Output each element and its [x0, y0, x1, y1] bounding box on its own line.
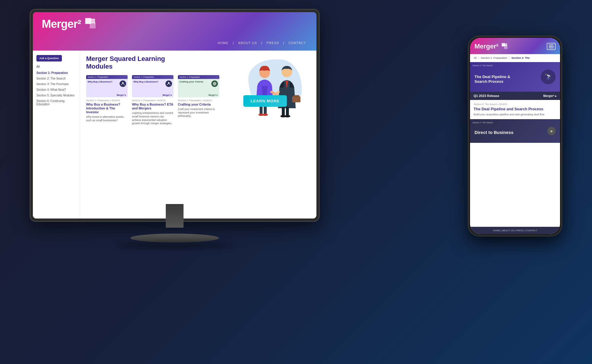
module-card-thumb-3: Section 1: Preparation Crafting your Cri…: [178, 75, 219, 97]
svg-point-22: [284, 115, 290, 117]
site-main: Ask a Question All Section 1: Preparatio…: [33, 51, 316, 219]
phone-logo-text: Merger²: [474, 43, 498, 50]
thumb-brand-2: Merger² ▸: [163, 94, 172, 96]
thumb-text-3: Crafting your Criteria: [179, 80, 210, 83]
thumb-body-3: Crafting your Criteria: [178, 79, 219, 88]
learn-more-button[interactable]: LEARN MORE: [243, 95, 287, 107]
hamburger-line-2: [549, 46, 554, 47]
svg-point-6: [214, 83, 215, 84]
thumb-text-2: Why Buy a Business?: [133, 80, 164, 83]
nav-about[interactable]: ABOUT US: [238, 41, 257, 45]
phone-frame: Merger²: [468, 35, 562, 237]
module-card-1[interactable]: Section 1: Preparation Why Buy a Busines…: [86, 75, 128, 125]
module-meta-2: Section 1: Preparation • 5/24/23: [132, 99, 173, 102]
phone-tab-all[interactable]: All: [474, 56, 477, 59]
module-card-2[interactable]: Section 1: Preparation Why Buy a Busines…: [132, 75, 173, 125]
phone-module-thumb-1[interactable]: Section 2: The Search The Deal Pipeline …: [470, 62, 560, 92]
phone-release-card: Q1 2023 Release Merger² ▸: [470, 92, 560, 100]
svg-rect-18: [293, 95, 299, 97]
thumb-body-2: Why Buy a Business?: [132, 79, 173, 88]
thumb-header-1: Section 1: Preparation: [86, 75, 128, 79]
phone-card-meta-1: Section 2: The Search • 5/24/23: [474, 103, 556, 106]
nav-sep-3: |: [283, 41, 286, 45]
module-desc-3: Craft your investment criteria to repres…: [178, 108, 219, 118]
phone-header: Merger²: [470, 38, 560, 54]
module-title-1: Why Buy a Business? Introduction & The I…: [86, 103, 128, 114]
sidebar-item-section2[interactable]: Section 2: The Search: [36, 77, 76, 80]
module-title-3: Crafting your Criteria: [178, 103, 219, 106]
mobile-phone: Merger²: [468, 35, 562, 237]
phone-thumb-label-area-2: Section 2: The Search Direct to Business: [474, 127, 514, 135]
phone-card-title-1: The Deal Pipeline and Search Process: [474, 107, 556, 111]
people-illustration: [245, 59, 305, 119]
module-title-2: Why Buy a Business? ETA and Mergers: [132, 103, 173, 110]
sidebar: Ask a Question All Section 1: Preparatio…: [33, 51, 80, 219]
phone-tab-section2[interactable]: Section 2: The: [511, 56, 530, 59]
website: Merger² HOME |: [33, 12, 316, 219]
svg-rect-20: [286, 107, 289, 116]
desktop-logo-text: Merger²: [42, 18, 81, 30]
nav-press[interactable]: PRESS: [266, 41, 279, 45]
hamburger-line-3: [549, 48, 554, 48]
nav-contact[interactable]: CONTACT: [289, 41, 306, 45]
module-card-thumb-2: Section 1: Preparation Why Buy a Busines…: [132, 75, 173, 97]
phone-footer: HOME | ABOUT US | PRESS | CONTACT: [470, 227, 560, 234]
phone-thumb-title-1: The Deal Pipeline &Search Process: [474, 75, 510, 84]
sidebar-item-section6[interactable]: Section 6: Continuing Education: [36, 99, 76, 106]
nav-sep-1: |: [233, 41, 235, 45]
module-card-3[interactable]: Section 1: Preparation Crafting your Cri…: [178, 75, 219, 125]
phone-tab-section1[interactable]: Section 1: Preparation: [481, 56, 507, 59]
sidebar-nav: All Section 1: Preparation Section 2: Th…: [36, 65, 76, 106]
svg-point-15: [263, 114, 268, 116]
monitor-screen: Merger² HOME |: [33, 12, 316, 219]
desktop-monitor: Merger² HOME |: [30, 9, 320, 251]
scene: Merger² HOME |: [0, 0, 592, 364]
module-meta-3: Section 1: Preparation • 5/24/23: [178, 99, 219, 102]
phone-card-desc-1: Build your acquisition pipeline and star…: [474, 113, 556, 117]
module-card-thumb-1: Section 1: Preparation Why Buy a Busines…: [86, 75, 128, 97]
phone-thumb-icon-1: 🔭: [541, 69, 556, 84]
module-desc-2: Aspiring entrepreneurs and current small…: [132, 111, 173, 125]
phone-logo-group: Merger²: [474, 42, 509, 51]
phone-module-thumb-2[interactable]: Section 2: The Search Direct to Business…: [470, 119, 560, 143]
site-logo: Merger²: [42, 17, 308, 31]
monitor-frame: Merger² HOME |: [30, 9, 320, 222]
thumb-icon-1: [120, 80, 126, 87]
phone-card-content-1[interactable]: Section 2: The Search • 5/24/23 The Deal…: [470, 100, 560, 119]
nav-home[interactable]: HOME: [218, 41, 229, 45]
sidebar-item-section3[interactable]: Section 3: The Purchase: [36, 82, 76, 86]
monitor-neck: [166, 204, 184, 228]
phone-content: Section 2: The Search The Deal Pipeline …: [470, 62, 560, 227]
hamburger-menu-button[interactable]: [547, 43, 556, 50]
monitor-shadow: [115, 242, 234, 248]
svg-point-4: [168, 82, 170, 83]
footer-nav: HOME | ABOUT US | PRESS | CONTACT: [493, 229, 537, 232]
phone-thumb-label-area: Section 2: The Search The Deal Pipeline …: [474, 70, 510, 84]
phone-thumb-title-2: Direct to Business: [474, 130, 514, 135]
thumb-brand-1: Merger² ▸: [117, 94, 126, 96]
phone-nav-tabs: All | Section 1: Preparation | Section 2…: [470, 54, 560, 62]
svg-rect-2: [90, 19, 95, 23]
thumb-body-1: Why Buy a Business?: [86, 79, 128, 88]
phone-thumb-section-label: Section 2: The Search: [472, 64, 493, 67]
content-area: Merger Squared Learning Modules Section …: [80, 51, 316, 219]
phone-website: Merger²: [470, 38, 560, 234]
module-meta-1: Section 1: Preparation • 5/24/23: [86, 99, 128, 102]
ask-question-button[interactable]: Ask a Question: [36, 55, 62, 62]
phone-release-logo: Merger² ▸: [543, 94, 556, 98]
thumb-icon-3: [211, 80, 218, 87]
desktop-logo-icon: [84, 17, 99, 31]
sidebar-item-section4[interactable]: Section 4: What Next?: [36, 88, 76, 91]
sidebar-item-all[interactable]: All: [36, 65, 76, 68]
module-desc-1: Why invest in alternative assets, such a…: [86, 115, 128, 122]
monitor-base: [130, 234, 219, 242]
svg-rect-19: [282, 107, 285, 116]
phone-logo-icon: [501, 42, 509, 51]
sidebar-item-section5[interactable]: Section 5: Specialty Modules: [36, 94, 76, 97]
sidebar-item-section1[interactable]: Section 1: Preparation: [36, 71, 76, 75]
thumb-brand-3: Merger² ▸: [208, 94, 218, 96]
thumb-text-1: Why Buy a Business?: [88, 80, 118, 83]
phone-release-text: Q1 2023 Release: [474, 94, 499, 98]
illustration-area: LEARN MORE: [237, 54, 311, 119]
svg-rect-17: [292, 96, 300, 102]
